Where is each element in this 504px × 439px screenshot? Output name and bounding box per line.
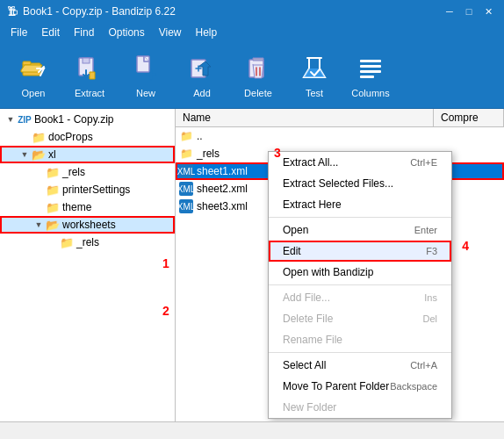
ctx-extract-selected-label: Extract Selected Files...	[283, 177, 393, 190]
ctx-extract-selected[interactable]: Extract Selected Files...	[269, 173, 451, 194]
tree-item-ws-rels[interactable]: 📁 _rels	[0, 234, 175, 251]
tree-label-worksheets: worksheets	[62, 219, 116, 231]
ctx-delete-file-label: Delete File	[283, 313, 333, 325]
label-3: 3	[274, 146, 281, 160]
ctx-open-shortcut: Enter	[414, 225, 437, 235]
ctx-extract-all[interactable]: Extract All... Ctrl+E	[269, 152, 451, 173]
tree-label-printersettings: printerSettings	[62, 184, 130, 196]
ctx-sep1	[269, 217, 451, 218]
titlebar: 🗜 Book1 - Copy.zip - Bandizip 6.22 ─ □ ✕	[0, 0, 504, 23]
maximize-button[interactable]: □	[460, 4, 478, 19]
ctx-delete-file-shortcut: Del	[422, 313, 437, 324]
folder-icon-ws-rels: 📁	[60, 235, 74, 249]
toggle-printersettings	[32, 183, 46, 197]
tree-item-xl-rels[interactable]: 📁 _rels	[0, 163, 175, 181]
tree-label-root: Book1 - Copy.zip	[34, 113, 114, 126]
ctx-sep2	[269, 284, 451, 285]
statusbar	[0, 421, 504, 439]
minimize-button[interactable]: ─	[441, 4, 458, 19]
tree-item-printersettings[interactable]: 📁 printerSettings	[0, 181, 175, 198]
context-menu: Extract All... Ctrl+E Extract Selected F…	[268, 151, 452, 419]
svg-rect-1	[23, 61, 31, 65]
tree-label-xl: xl	[48, 148, 56, 161]
toggle-xl: ▼	[18, 148, 32, 162]
folder-icon-printersettings: 📁	[46, 183, 60, 197]
ctx-open[interactable]: Open Enter	[269, 220, 451, 241]
extract-label: Extract	[75, 88, 104, 98]
ctx-select-all[interactable]: Select All Ctrl+A	[269, 355, 451, 376]
ctx-add-file-shortcut: Ins	[424, 292, 437, 303]
extract-button[interactable]: Extract	[63, 47, 116, 104]
label-2: 2	[162, 304, 169, 318]
test-button[interactable]: Test	[288, 47, 341, 104]
columns-label: Columns	[351, 88, 389, 98]
new-label: New	[136, 88, 155, 98]
test-label: Test	[306, 88, 323, 98]
xml-icon-sheet3: XML	[179, 199, 193, 213]
open-icon	[18, 53, 49, 84]
list-header: Name Compre	[176, 109, 504, 127]
menu-options[interactable]: Options	[101, 25, 151, 40]
svg-rect-9	[360, 70, 381, 73]
add-button[interactable]: Add	[176, 47, 228, 104]
list-name-up: ..	[197, 130, 500, 142]
toggle-theme	[32, 200, 46, 214]
tree-item-theme[interactable]: 📁 theme	[0, 198, 175, 216]
ctx-move-parent[interactable]: Move To Parent Folder Backspace	[269, 376, 451, 397]
new-icon	[130, 53, 162, 84]
ctx-rename-file-label: Rename File	[283, 334, 342, 346]
tree-item-docprops[interactable]: 📁 docProps	[0, 128, 175, 146]
toggle-xl-rels	[32, 165, 46, 179]
open-button[interactable]: Open	[7, 47, 60, 104]
svg-rect-8	[360, 65, 381, 68]
ctx-sep3	[269, 352, 451, 353]
menu-help[interactable]: Help	[189, 25, 225, 40]
ctx-open-bandizip[interactable]: Open with Bandizip	[269, 262, 451, 283]
main-area: ▼ ZIP Book1 - Copy.zip 📁 docProps ▼ 📂 xl…	[0, 109, 504, 421]
ctx-edit[interactable]: Edit F3 4	[269, 241, 451, 262]
folder-icon-xl: 📂	[32, 148, 46, 162]
tree-label-xl-rels: _rels	[62, 166, 85, 178]
folder-icon-theme: 📁	[46, 200, 60, 214]
list-item-up[interactable]: 📁 ..	[176, 127, 504, 145]
toggle-ws-rels	[46, 235, 60, 249]
ctx-extract-all-label: Extract All...	[283, 156, 338, 169]
svg-rect-4	[137, 56, 149, 72]
tree-label-ws-rels: _rels	[76, 236, 99, 248]
xml-icon-sheet2: XML	[179, 182, 193, 196]
tree-item-worksheets[interactable]: ▼ 📂 worksheets	[0, 216, 175, 234]
tree-item-root[interactable]: ▼ ZIP Book1 - Copy.zip	[0, 111, 175, 128]
toolbar: Open Extract New	[0, 42, 504, 109]
ctx-extract-all-shortcut: Ctrl+E	[410, 157, 437, 168]
menu-view[interactable]: View	[152, 25, 189, 40]
menu-file[interactable]: File	[4, 25, 34, 40]
menu-find[interactable]: Find	[67, 25, 101, 40]
toggle-worksheets: ▼	[32, 218, 46, 232]
menu-edit[interactable]: Edit	[34, 25, 67, 40]
columns-button[interactable]: Columns	[344, 47, 397, 104]
extract-icon	[74, 53, 105, 84]
tree-item-xl[interactable]: ▼ 📂 xl	[0, 146, 175, 163]
close-button[interactable]: ✕	[479, 4, 497, 19]
folder-icon-xl-rels: 📁	[46, 165, 60, 179]
titlebar-title: Book1 - Copy.zip - Bandizip 6.22	[23, 5, 436, 18]
ctx-move-parent-label: Move To Parent Folder	[283, 380, 389, 392]
ctx-rename-file: Rename File	[269, 329, 451, 350]
open-label: Open	[22, 88, 46, 98]
up-icon: 📁	[179, 129, 193, 143]
ctx-extract-here[interactable]: Extract Here	[269, 194, 451, 215]
tree-label-theme: theme	[62, 201, 91, 213]
titlebar-icon: 🗜	[7, 5, 18, 18]
ctx-select-all-label: Select All	[283, 359, 326, 371]
right-panel: Name Compre 📁 .. 📁 _rels XML sheet1.xml …	[176, 109, 504, 421]
delete-icon	[242, 53, 274, 84]
folder-icon-rels: 📁	[179, 147, 193, 161]
titlebar-controls: ─ □ ✕	[441, 4, 497, 19]
ctx-delete-file: Delete File Del	[269, 308, 451, 329]
ctx-add-file: Add File... Ins	[269, 287, 451, 308]
new-button[interactable]: New	[119, 47, 172, 104]
ctx-new-folder: New Folder	[269, 397, 451, 418]
delete-button[interactable]: Delete	[232, 47, 284, 104]
svg-rect-7	[360, 60, 381, 62]
header-name: Name	[176, 109, 434, 126]
